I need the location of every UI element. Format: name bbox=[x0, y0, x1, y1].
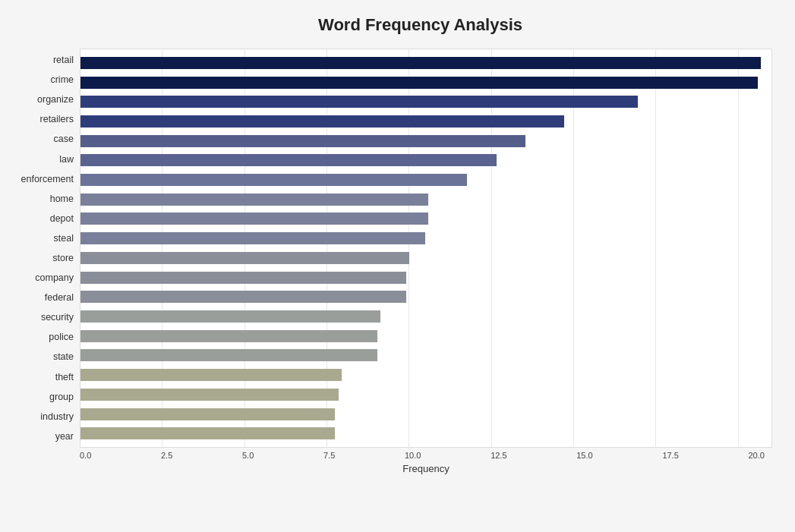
bar bbox=[80, 252, 409, 264]
bar bbox=[80, 272, 406, 284]
bar-row bbox=[80, 190, 764, 209]
x-tick: 17.5 bbox=[662, 451, 678, 460]
y-label: group bbox=[8, 387, 80, 407]
bar bbox=[80, 369, 342, 381]
chart-area: retailcrimeorganizeretailerscaselawenfor… bbox=[8, 49, 772, 474]
bar bbox=[80, 389, 339, 401]
bar bbox=[80, 154, 497, 166]
bar-row bbox=[80, 170, 764, 190]
bar-row bbox=[80, 307, 764, 326]
x-tick: 7.5 bbox=[323, 451, 335, 460]
bar-row bbox=[80, 209, 764, 229]
bar bbox=[80, 427, 335, 439]
bar bbox=[80, 232, 425, 244]
x-ticks: 0.02.55.07.510.012.515.017.520.0 bbox=[80, 451, 772, 460]
bar bbox=[80, 194, 428, 206]
bar-row bbox=[80, 92, 764, 112]
x-axis-label: Frequency bbox=[8, 460, 772, 474]
bar-row bbox=[80, 248, 764, 268]
chart-title: Word Frequency Analysis bbox=[8, 15, 772, 35]
bar-row bbox=[80, 287, 764, 307]
y-label: security bbox=[8, 307, 80, 327]
bar bbox=[80, 174, 467, 186]
y-label: crime bbox=[8, 70, 80, 90]
bar-row bbox=[80, 405, 764, 424]
y-label: retail bbox=[8, 50, 80, 70]
x-tick: 12.5 bbox=[491, 451, 506, 460]
y-labels: retailcrimeorganizeretailerscaselawenfor… bbox=[8, 49, 80, 448]
chart-container: Word Frequency Analysis retailcrimeorgan… bbox=[0, 0, 795, 532]
bar-row bbox=[80, 346, 764, 366]
bar-row bbox=[80, 53, 764, 73]
y-label: police bbox=[8, 327, 80, 347]
bar-row bbox=[80, 326, 764, 346]
y-label: industry bbox=[8, 407, 80, 427]
bar bbox=[80, 115, 564, 127]
y-label: retailers bbox=[8, 109, 80, 129]
x-tick: 10.0 bbox=[405, 451, 421, 460]
bar bbox=[80, 135, 525, 147]
y-label: case bbox=[8, 129, 80, 149]
bar bbox=[80, 96, 638, 108]
x-tick: 20.0 bbox=[749, 451, 765, 460]
y-label: home bbox=[8, 189, 80, 209]
y-label: steal bbox=[8, 228, 80, 248]
y-label: federal bbox=[8, 288, 80, 307]
bar-row bbox=[80, 131, 764, 151]
y-label: law bbox=[8, 149, 80, 168]
bar-row bbox=[80, 268, 764, 288]
bar-row bbox=[80, 423, 764, 443]
bar bbox=[80, 330, 377, 342]
bar-row bbox=[80, 365, 764, 385]
bar bbox=[80, 349, 377, 361]
y-label: theft bbox=[8, 367, 80, 387]
bar-row bbox=[80, 228, 764, 248]
bar bbox=[80, 310, 380, 323]
y-label: enforcement bbox=[8, 169, 80, 189]
plot-area bbox=[80, 49, 772, 448]
bar bbox=[80, 212, 428, 225]
bar bbox=[80, 291, 406, 303]
bar-row bbox=[80, 73, 764, 93]
x-tick: 5.0 bbox=[242, 451, 254, 460]
y-label: state bbox=[8, 347, 80, 367]
x-axis: 0.02.55.07.510.012.515.017.520.0 bbox=[8, 448, 772, 460]
x-tick: 0.0 bbox=[80, 451, 91, 460]
bars-section: retailcrimeorganizeretailerscaselawenfor… bbox=[8, 49, 772, 448]
y-label: depot bbox=[8, 209, 80, 228]
x-tick: 2.5 bbox=[161, 451, 172, 460]
y-label: company bbox=[8, 268, 80, 288]
y-label: year bbox=[8, 427, 80, 446]
y-label: organize bbox=[8, 90, 80, 109]
bar-row bbox=[80, 112, 764, 131]
bar-row bbox=[80, 151, 764, 171]
bar bbox=[80, 77, 758, 89]
bar bbox=[80, 57, 761, 69]
bar bbox=[80, 408, 335, 420]
bar-row bbox=[80, 385, 764, 405]
x-tick: 15.0 bbox=[576, 451, 592, 460]
y-label: store bbox=[8, 248, 80, 268]
